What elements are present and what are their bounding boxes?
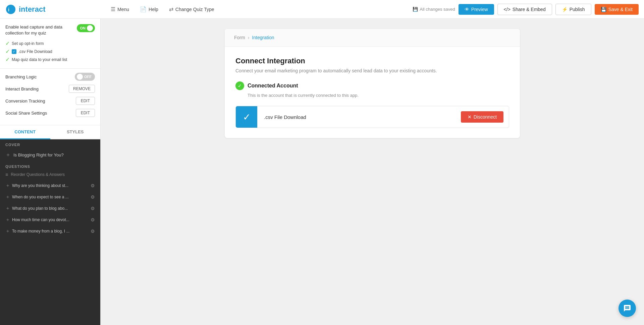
saved-status: 💾 All changes saved [413,7,455,12]
csv-file-name: .csv File Download [257,114,461,120]
csv-check-icon: ✓ [243,112,251,123]
logo-icon: i [5,4,16,15]
lead-capture-toggle[interactable]: ON [77,24,95,32]
logo-area: i interact [5,4,106,15]
cover-section-label: COVER [0,139,100,149]
top-navigation: i interact ☰ Menu 📄 Help ⇄ Change Quiz T… [0,0,644,19]
menu-label: Menu [117,7,129,12]
chat-icon [623,304,631,312]
help-icon: 📄 [140,6,147,12]
question-item-3[interactable]: ＋ How much time can you devot... ⚙ [0,214,100,225]
plus-icon-q1: ＋ [5,194,10,200]
lead-capture-header: Enable lead capture and data collection … [5,24,95,36]
change-quiz-type-label: Change Quiz Type [175,7,214,12]
breadcrumb-integration[interactable]: Integration [252,35,274,40]
nav-center: ☰ Menu 📄 Help ⇄ Change Quiz Type [106,3,413,15]
lightning-icon: ⚡ [562,7,568,12]
save-icon: 💾 [413,7,418,12]
questions-section-label: QUESTIONS [0,161,100,171]
toggle-circle-off [77,74,83,80]
connect-integration-desc: Connect your email marketing program to … [235,68,509,73]
tab-content[interactable]: CONTENT [0,125,50,139]
breadcrumb-bar: Form › Integration [225,29,520,47]
sidebar-settings: Branching Logic OFF Interact Branding RE… [0,69,100,125]
social-share-edit-button[interactable]: EDIT [76,109,95,117]
branching-logic-row: Branching Logic OFF [5,73,95,81]
publish-button[interactable]: ⚡ Publish [555,4,591,15]
plus-icon-q4: ＋ [5,228,10,234]
preview-button[interactable]: 👁 Preview [459,4,494,15]
conversion-tracking-label: Conversion Tracking [5,99,45,104]
connected-check-icon: ✓ [235,81,244,90]
conversion-tracking-edit-button[interactable]: EDIT [76,97,95,105]
branching-logic-toggle[interactable]: OFF [75,73,95,81]
conversion-tracking-row: Conversion Tracking EDIT [5,97,95,105]
check-green-icon-2: ✓ [5,48,10,55]
reorder-text: Reorder Questions & Answers [11,172,65,177]
lead-capture-title: Enable lead capture and data collection … [5,24,72,36]
question-item-2[interactable]: ＋ What do you plan to blog abo... ⚙ [0,203,100,214]
checklist-item-map: ✓ Map quiz data to your email list [5,56,95,63]
plus-icon-q0: ＋ [5,183,10,189]
sidebar-content-list: COVER ＋ Is Blogging Right for You? QUEST… [0,139,100,325]
gear-icon-q2[interactable]: ⚙ [91,206,95,211]
plus-icon-q3: ＋ [5,217,10,223]
menu-icon: ☰ [111,6,115,12]
csv-account-row: ✓ .csv File Download ✕ Disconnect [235,106,509,128]
save-exit-icon: 💾 [601,7,606,12]
share-embed-button[interactable]: </> Share & Embed [497,4,552,15]
social-share-row: Social Share Settings EDIT [5,109,95,117]
connect-integration-body: Connect Integration Connect your email m… [225,47,520,138]
question-item-4[interactable]: ＋ To make money from a blog, I ... ⚙ [0,225,100,237]
sidebar: Enable lead capture and data collection … [0,19,101,325]
change-quiz-type-button[interactable]: ⇄ Change Quiz Type [164,3,219,15]
check-green-icon-3: ✓ [5,56,10,63]
question-item-0[interactable]: ＋ Why are you thinking about st... ⚙ [0,180,100,191]
lead-capture-section: Enable lead capture and data collection … [0,19,100,69]
gear-icon-q1[interactable]: ⚙ [91,194,95,200]
nav-right: 💾 All changes saved 👁 Preview </> Share … [413,4,639,15]
reorder-icon: ≡ [5,172,8,177]
connected-account-section: ✓ Connected Account This is the account … [235,81,509,98]
save-exit-button[interactable]: 💾 Save & Exit [595,4,639,15]
branching-logic-label: Branching Logic [5,74,37,79]
svg-point-0 [6,5,15,14]
interact-branding-row: Interact Branding REMOVE [5,85,95,93]
connected-account-header: ✓ Connected Account [235,81,509,90]
connected-account-title: Connected Account [248,83,298,89]
svg-text:i: i [8,7,9,12]
csv-icon-box: ✓ [236,106,257,128]
interact-branding-label: Interact Branding [5,86,39,91]
chat-fab-button[interactable] [619,300,636,317]
social-share-label: Social Share Settings [5,111,47,116]
integration-panel: Form › Integration Connect Integration C… [225,29,520,138]
disconnect-x-icon: ✕ [468,114,472,120]
gear-icon-q3[interactable]: ⚙ [91,217,95,222]
tab-styles[interactable]: STYLES [50,125,101,139]
question-item-1[interactable]: ＋ When do you expect to see a ... ⚙ [0,191,100,203]
checklist-item-opt-in: ✓ Set up opt-in form [5,40,95,47]
eye-icon: 👁 [465,7,469,12]
swap-icon: ⇄ [169,6,173,12]
logo-text: interact [19,5,45,14]
gear-icon-q0[interactable]: ⚙ [91,183,95,188]
plus-icon-q2: ＋ [5,205,10,211]
cover-item[interactable]: ＋ Is Blogging Right for You? [0,149,100,161]
reorder-row: ≡ Reorder Questions & Answers [0,171,100,180]
help-button[interactable]: 📄 Help [135,3,163,15]
gear-icon-q4[interactable]: ⚙ [91,229,95,234]
main-content-area: Form › Integration Connect Integration C… [101,19,644,325]
content-styles-tabs: CONTENT STYLES [0,125,100,139]
breadcrumb-arrow-icon: › [248,35,250,40]
breadcrumb-form[interactable]: Form [234,35,245,40]
toggle-circle [87,25,93,31]
code-icon: </> [504,7,511,12]
menu-button[interactable]: ☰ Menu [106,3,134,15]
connect-integration-title: Connect Integration [235,57,509,65]
help-label: Help [149,7,158,12]
check-blue-icon: ✓ [12,49,16,54]
disconnect-button[interactable]: ✕ Disconnect [461,111,503,123]
connected-account-desc: This is the account that is currently co… [248,93,509,98]
check-green-icon: ✓ [5,40,10,47]
interact-branding-remove-button[interactable]: REMOVE [69,85,95,93]
